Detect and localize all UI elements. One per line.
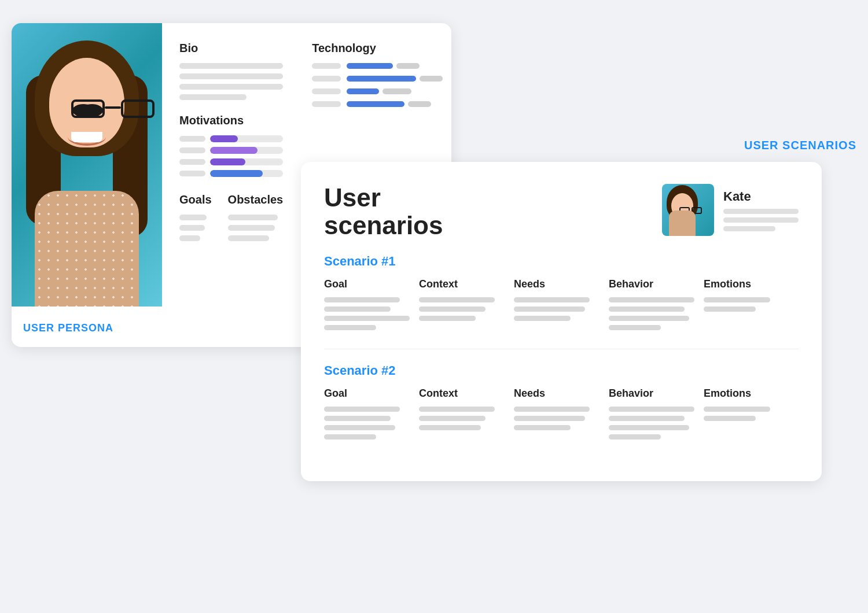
tech-gray-3: [382, 88, 411, 94]
motivation-bar-4: [179, 170, 283, 177]
bar-bg-1: [210, 135, 283, 142]
tech-bar-row-1: [312, 63, 434, 69]
scenario-1: Scenario #1 Goal Context Needs Behavior …: [324, 254, 799, 330]
tech-track-4: [347, 101, 431, 107]
col-header-behavior-1: Behavior: [609, 278, 704, 290]
scenarios-title-line1: User: [324, 183, 381, 212]
bar-bg-2: [210, 147, 283, 154]
goal-line-1: [179, 215, 207, 220]
col-header-needs-2: Needs: [514, 387, 609, 400]
obstacle-line-3: [228, 235, 270, 241]
col-header-behavior-2: Behavior: [609, 387, 704, 400]
context-cell-1-2: [419, 306, 486, 312]
behavior-cell-2-3: [609, 425, 689, 430]
tech-blue-1: [347, 63, 393, 69]
scenario-1-body: [324, 297, 799, 330]
tech-blue-2: [347, 76, 416, 82]
mini-body: [669, 211, 696, 236]
needs-col-1: [514, 297, 609, 330]
persona-label: USER PERSONA: [12, 315, 162, 341]
behavior-cell-1-2: [609, 306, 685, 312]
behavior-col-1: [609, 297, 704, 330]
emotions-cell-2-2: [704, 416, 756, 421]
glasses: [71, 99, 155, 120]
scenario-1-label: Scenario #1: [324, 254, 799, 269]
goal-line-2: [179, 225, 205, 231]
user-info-right: Kate: [662, 184, 799, 236]
user-scenarios-label: USER SCENARIOS: [744, 139, 856, 152]
context-cell-2-2: [419, 416, 486, 421]
tech-label-1: [312, 63, 341, 69]
bar-bg-3: [210, 158, 283, 165]
user-name: Kate: [723, 189, 799, 204]
context-cell-1-1: [419, 297, 495, 302]
goal-cell-1-1: [324, 297, 400, 302]
goals-lines: [179, 215, 212, 241]
motivation-bar-2: [179, 147, 283, 154]
motivation-bar-3: [179, 158, 283, 165]
behavior-cell-2-4: [609, 434, 661, 440]
goals-col: Goals: [179, 193, 212, 247]
scenarios-header: User scenarios Kate: [324, 184, 799, 240]
scenarios-title: User scenarios: [324, 184, 443, 240]
needs-cell-2-3: [514, 425, 571, 430]
bar-fill-3: [210, 158, 245, 165]
tech-label-3: [312, 88, 341, 94]
persona-photo-section: USER PERSONA: [12, 23, 162, 347]
tech-bar-row-4: [312, 101, 434, 107]
bio-title: Bio: [179, 42, 283, 55]
scenario-2-body: [324, 407, 799, 440]
name-line-2: [723, 217, 799, 223]
scenario-2-label: Scenario #2: [324, 363, 799, 378]
emotions-cell-1-2: [704, 306, 756, 312]
bio-line-1: [179, 63, 283, 69]
col-header-context-2: Context: [419, 387, 514, 400]
motivation-bar-1: [179, 135, 283, 142]
needs-cell-1-2: [514, 306, 585, 312]
goal-cell-2-3: [324, 425, 395, 430]
col-header-goal-1: Goal: [324, 278, 419, 290]
col-header-context-1: Context: [419, 278, 514, 290]
goals-title: Goals: [179, 193, 212, 206]
motivations-title: Motivations: [179, 114, 283, 127]
technology-title: Technology: [312, 42, 434, 55]
scenarios-card: User scenarios Kate: [301, 162, 822, 481]
woman-figure: [23, 29, 150, 306]
bar-fill-2: [210, 147, 258, 154]
dots-pattern: [35, 191, 139, 306]
context-cell-2-1: [419, 407, 495, 412]
scenario-2: Scenario #2 Goal Context Needs Behavior …: [324, 363, 799, 440]
obstacle-line-2: [228, 225, 275, 231]
bar-label-3: [179, 159, 205, 165]
name-lines: [723, 209, 799, 231]
persona-label-text: USER PERSONA: [23, 322, 113, 334]
goal-cell-1-3: [324, 316, 410, 321]
goal-cell-1-2: [324, 306, 391, 312]
tech-blue-3: [347, 88, 379, 94]
needs-cell-1-1: [514, 297, 590, 302]
behavior-cell-1-3: [609, 316, 689, 321]
name-line-1: [723, 209, 799, 214]
obstacles-lines: [228, 215, 284, 241]
tech-bar-row-2: [312, 76, 434, 82]
goal-cell-2-2: [324, 416, 391, 421]
obstacles-col: Obstacles: [228, 193, 284, 247]
needs-cell-1-3: [514, 316, 571, 321]
scenario-2-table: Goal Context Needs Behavior Emotions: [324, 387, 799, 440]
goal-col-1: [324, 297, 419, 330]
tech-gray-1: [396, 63, 420, 69]
tech-blue-4: [347, 101, 404, 107]
context-cell-1-3: [419, 316, 476, 321]
context-col-1: [419, 297, 514, 330]
needs-cell-2-2: [514, 416, 585, 421]
bio-line-3: [179, 84, 283, 90]
glasses-bridge: [105, 106, 121, 109]
obstacle-line-1: [228, 215, 278, 220]
context-col-2: [419, 407, 514, 440]
bio-line-4: [179, 94, 247, 100]
bar-label-2: [179, 147, 205, 153]
behavior-cell-1-1: [609, 297, 694, 302]
goal-cell-1-4: [324, 325, 376, 330]
bar-label-1: [179, 136, 205, 142]
user-name-section: Kate: [723, 189, 799, 231]
